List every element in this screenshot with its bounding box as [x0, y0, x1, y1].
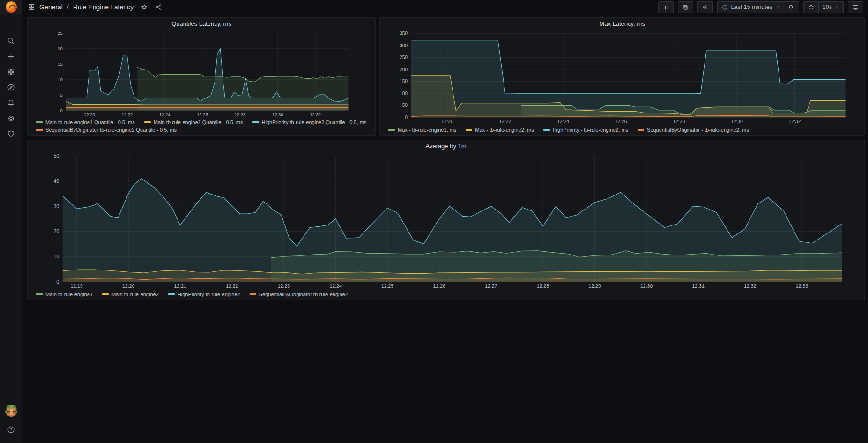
help-icon	[7, 425, 15, 434]
x-tick-label: 12:30	[640, 283, 653, 289]
y-tick-label: 50	[53, 153, 59, 158]
legend-label: Main tb-rule-engine2 Quantile - 0.5, ms	[154, 119, 243, 126]
zoom-out-time-button[interactable]	[784, 1, 799, 13]
legend-swatch-icon	[252, 121, 259, 123]
x-tick-label: 12:22	[226, 283, 238, 289]
x-tick-label: 12:19	[70, 283, 82, 289]
legend-item[interactable]: HighPriority tb-rule-engine2	[168, 291, 240, 298]
x-tick-label: 12:24	[557, 119, 569, 124]
add-panel-button[interactable]	[658, 1, 674, 13]
panel-title[interactable]: Quantiles Latency, ms	[28, 18, 375, 29]
refresh-interval-picker[interactable]: 10s	[818, 1, 844, 13]
x-tick-label: 12:30	[272, 112, 283, 117]
configuration-gear-icon	[7, 114, 15, 123]
breadcrumb-folder[interactable]: General	[39, 3, 63, 11]
panel-title[interactable]: Average by 1m	[28, 140, 864, 151]
sidebar-item-configuration[interactable]	[0, 111, 22, 126]
star-dashboard-button[interactable]	[141, 3, 148, 11]
panel-max-latency: Max Latency, ms 05010015020025030035012:…	[379, 17, 865, 136]
quantiles-latency-chart[interactable]: 051015202512:2012:2212:2412:2612:2812:30…	[28, 29, 375, 118]
share-icon	[155, 3, 163, 11]
x-tick-label: 12:30	[731, 119, 743, 124]
legend-item[interactable]: Max - tb-rule-engine1, ms	[388, 127, 456, 133]
dashboard-grid-icon	[28, 3, 35, 11]
x-tick-label: 12:32	[310, 112, 321, 117]
y-tick-label: 5	[60, 92, 62, 98]
legend-item[interactable]: Main tb-rule-engine1 Quantile - 0.5, ms	[36, 119, 135, 126]
refresh-interval-label: 10s	[823, 4, 832, 10]
refresh-icon	[808, 4, 815, 11]
time-range-label: Last 15 minutes	[731, 4, 772, 10]
share-dashboard-button[interactable]	[155, 3, 163, 11]
legend-swatch-icon	[466, 129, 472, 131]
time-range-picker[interactable]: Last 15 minutes	[717, 1, 784, 13]
panel-title[interactable]: Max Latency, ms	[380, 18, 864, 29]
legend-swatch-icon	[144, 121, 151, 123]
legend-swatch-icon	[36, 121, 43, 123]
save-dashboard-button[interactable]	[678, 1, 693, 13]
legend-item[interactable]: Main tb-rule-engine2 Quantile - 0.5, ms	[144, 119, 243, 126]
series-area	[411, 40, 846, 118]
x-tick-label: 12:31	[692, 283, 705, 289]
x-tick-label: 12:28	[537, 283, 549, 289]
monitor-icon	[852, 4, 859, 11]
alerting-bell-icon	[7, 98, 15, 107]
legend-item[interactable]: Main tb-rule-engine1	[36, 291, 93, 298]
grafana-logo-button[interactable]	[0, 0, 22, 14]
legend-item[interactable]: Main tb-rule-engine2	[102, 291, 159, 298]
plus-icon	[7, 52, 15, 61]
legend-label: SequentialByOriginator - tb-rule-engine2…	[647, 127, 749, 133]
clock-icon	[721, 4, 728, 11]
x-tick-label: 12:25	[381, 283, 393, 289]
sidebar-item-server-admin[interactable]	[0, 126, 22, 142]
x-tick-label: 12:26	[433, 283, 445, 289]
x-tick-label: 12:22	[499, 119, 512, 124]
y-tick-label: 150	[400, 79, 408, 84]
sidebar-item-explore[interactable]	[0, 80, 22, 95]
settings-gear-icon	[702, 4, 709, 11]
x-tick-label: 12:29	[588, 283, 601, 289]
refresh-button[interactable]	[803, 1, 819, 13]
legend-item[interactable]: Max - tb-rule-engine2, ms	[466, 127, 534, 133]
y-tick-label: 250	[400, 55, 408, 60]
y-tick-label: 10	[53, 254, 59, 259]
explore-compass-icon	[7, 83, 15, 92]
legend-swatch-icon	[543, 129, 550, 131]
x-tick-label: 12:21	[174, 283, 186, 289]
star-icon	[141, 3, 148, 11]
help-button[interactable]	[0, 423, 22, 435]
y-tick-label: 0	[56, 279, 59, 285]
sidebar-item-search[interactable]	[0, 33, 22, 49]
sidebar-item-create[interactable]	[0, 49, 22, 64]
sidebar-menu	[0, 33, 22, 142]
panel-average-by-1m: Average by 1m 0102030405012:1912:2012:21…	[27, 140, 865, 300]
legend-item[interactable]: SequentialByOriginator tb-rule-engine2	[250, 291, 348, 298]
dashboards-icon	[7, 68, 15, 76]
average-by-1m-chart[interactable]: 0102030405012:1912:2012:2112:2212:2312:2…	[28, 151, 864, 290]
y-tick-label: 40	[53, 178, 59, 184]
legend-item[interactable]: SequentialByOriginator - tb-rule-engine2…	[638, 127, 749, 133]
series-area	[63, 179, 842, 282]
x-tick-label: 12:26	[615, 119, 627, 124]
sidebar-item-alerting[interactable]	[0, 95, 22, 111]
dashboard-settings-button[interactable]	[697, 1, 713, 13]
y-tick-label: 0	[405, 115, 408, 120]
x-tick-label: 12:24	[329, 283, 341, 289]
sidebar-item-dashboards[interactable]	[0, 64, 22, 80]
x-tick-label: 12:23	[278, 283, 290, 289]
x-tick-label: 12:27	[485, 283, 497, 289]
legend-item[interactable]: HighPriority tb-rule-engine2 Quantile - …	[252, 119, 367, 126]
user-avatar[interactable]	[5, 405, 17, 417]
legend-item[interactable]: HighPriority - tb-rule-engine2, ms	[543, 127, 628, 133]
legend-label: HighPriority tb-rule-engine2 Quantile - …	[262, 119, 367, 126]
dashboard-title[interactable]: Rule Engine Latency	[73, 3, 134, 11]
x-tick-label: 12:24	[159, 112, 171, 117]
search-icon	[7, 37, 15, 45]
legend-label: Main tb-rule-engine1	[45, 291, 93, 298]
legend-swatch-icon	[388, 129, 395, 131]
x-tick-label: 12:20	[441, 119, 453, 124]
cycle-view-mode-button[interactable]	[848, 1, 863, 13]
add-panel-icon	[662, 4, 669, 11]
max-latency-chart[interactable]: 05010015020025030035012:2012:2212:2412:2…	[380, 29, 864, 126]
legend-item[interactable]: SequentialByOriginator tb-rule-engine2 Q…	[36, 127, 177, 133]
